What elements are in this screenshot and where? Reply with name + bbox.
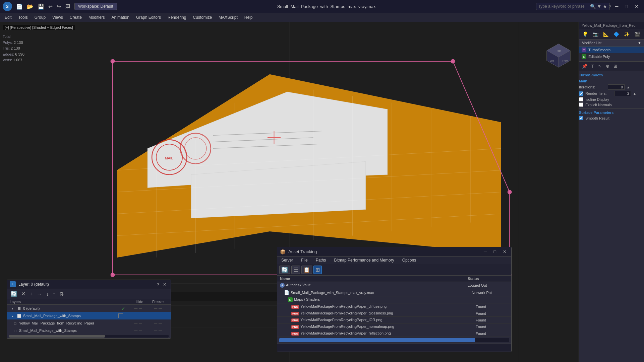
- asset-restore-button[interactable]: □: [491, 248, 498, 255]
- layer-up-icon[interactable]: ↑: [51, 291, 57, 297]
- menu-customize[interactable]: Customize: [189, 14, 215, 21]
- modifier-editable-poly[interactable]: E Editable Poly: [579, 53, 644, 60]
- rp-icon-camera[interactable]: 📷: [591, 30, 600, 38]
- rp-icon-light[interactable]: 💡: [580, 30, 590, 38]
- asset-close-button[interactable]: ✕: [501, 248, 509, 255]
- save-icon[interactable]: 💾: [36, 3, 46, 10]
- layer-close-button[interactable]: ✕: [162, 281, 168, 288]
- rp-tool-select[interactable]: ↖: [596, 63, 603, 69]
- asset-row-reflection[interactable]: PNGYellowMailPackageFromRecyclingPaper_r…: [277, 330, 511, 337]
- layer-row-selected[interactable]: ▸ ⬜ Small_Mail_Package_with_Stamps ─ ─ ─…: [7, 312, 171, 319]
- asset-status-bar: [277, 344, 511, 352]
- menu-modifiers[interactable]: Modifiers: [85, 14, 108, 21]
- rp-tool-move[interactable]: ⊕: [604, 63, 611, 69]
- asset-row-maps[interactable]: MMaps / Shaders: [277, 296, 511, 303]
- restore-button[interactable]: □: [623, 3, 631, 10]
- modifier-list-dropdown[interactable]: ▼: [638, 41, 641, 45]
- asset-tool-1[interactable]: 🔄: [279, 266, 290, 274]
- open-icon[interactable]: 📂: [25, 3, 35, 10]
- render-iters-checkbox[interactable]: [579, 91, 583, 96]
- undo-icon[interactable]: ↩: [47, 3, 54, 10]
- redo-icon[interactable]: ↪: [55, 3, 62, 10]
- asset-menu-paths[interactable]: Paths: [312, 257, 330, 264]
- viewport-cube[interactable]: Top Left Front: [545, 42, 572, 69]
- asset-cell-normal-name: PNGYellowMailPackageFromRecyclingPaper_n…: [277, 323, 465, 330]
- render-iters-input[interactable]: [614, 91, 631, 96]
- layer-move-icon[interactable]: →: [35, 291, 43, 297]
- workspace-button[interactable]: Workspace: Default: [74, 3, 117, 10]
- star-icon[interactable]: ★: [603, 4, 607, 9]
- edges-value: 6 390: [15, 52, 24, 56]
- asset-row-vault[interactable]: AAutodesk Vault Logged Out: [277, 282, 511, 289]
- render-iters-spinner-up[interactable]: ▲: [633, 92, 636, 95]
- layer-add-icon[interactable]: +: [28, 291, 34, 297]
- asset-row-ior[interactable]: PNGYellowMailPackageFromRecyclingPaper_I…: [277, 317, 511, 323]
- layer-sub2-icon: ◻: [12, 328, 18, 333]
- rp-tool-pin[interactable]: 📌: [580, 63, 589, 69]
- new-icon[interactable]: 📄: [15, 3, 24, 10]
- asset-row-file[interactable]: 📄Small_Mail_Package_with_Stamps_max_vray…: [277, 289, 511, 296]
- asset-menu-bitmap[interactable]: Bitmap Performance and Memory: [330, 257, 398, 264]
- asset-toolbar: 🔄 ☰ 📋 ⊞: [277, 264, 511, 276]
- asset-minimize-button[interactable]: ─: [482, 248, 489, 255]
- menu-edit[interactable]: Edit: [1, 14, 15, 21]
- layer-row[interactable]: ▸ ☰ 0 (default) ✓ ─ ─ ─ ─: [7, 305, 171, 312]
- asset-tool-3[interactable]: 📋: [301, 266, 312, 274]
- close-button[interactable]: ✕: [632, 3, 641, 10]
- layer-row-sub2[interactable]: ◻ Small_Mail_Package_with_Stamps ─ ─ ─ ─: [7, 327, 171, 334]
- rp-icon-anim[interactable]: 🎬: [632, 30, 642, 38]
- search-options-icon[interactable]: ▼: [597, 4, 602, 9]
- scene-icon[interactable]: 🖼: [64, 3, 72, 10]
- layer-vis-box[interactable]: [118, 313, 123, 318]
- menu-create[interactable]: Create: [66, 14, 85, 21]
- search-icon[interactable]: 🔍: [590, 4, 596, 9]
- edges-label: Edges:: [3, 52, 15, 56]
- smooth-result-checkbox[interactable]: [579, 116, 583, 120]
- asset-row-diffuse[interactable]: PNGYellowMailPackageFromRecyclingPaper_d…: [277, 303, 511, 310]
- asset-row-glossiness[interactable]: PNGYellowMailPackageFromRecyclingPaper_g…: [277, 310, 511, 317]
- layer-expand-icon: ▸: [10, 306, 15, 311]
- layer-row-sub1[interactable]: ◻ Yellow_Mail_Package_from_Recycling_Pap…: [7, 319, 171, 327]
- menu-graph-editors[interactable]: Graph Editors: [133, 14, 164, 21]
- asset-tool-2[interactable]: ☰: [291, 266, 300, 274]
- menu-tools[interactable]: Tools: [15, 14, 31, 21]
- layer-delete-icon[interactable]: ✕: [20, 290, 27, 297]
- minimize-button[interactable]: ─: [612, 3, 621, 10]
- asset-cell-vault-status: Logged Out: [465, 282, 511, 289]
- layer-down-icon[interactable]: ⇅: [58, 290, 65, 297]
- isoline-checkbox[interactable]: [579, 97, 583, 101]
- help-icon[interactable]: ?: [608, 4, 611, 9]
- explicit-normals-checkbox[interactable]: [579, 102, 583, 107]
- isoline-label: Isoline Display: [585, 97, 609, 101]
- menu-group[interactable]: Group: [31, 14, 49, 21]
- file-title: Small_Mail_Package_with_Stamps_max_vray.…: [120, 4, 533, 9]
- asset-row-normalmap[interactable]: PNGYellowMailPackageFromRecyclingPaper_n…: [277, 323, 511, 330]
- rp-icon-geo[interactable]: 📐: [601, 30, 611, 38]
- search-input[interactable]: [538, 4, 589, 9]
- asset-menu-options[interactable]: Options: [398, 257, 420, 264]
- rp-tool-layers[interactable]: ⊞: [612, 63, 619, 69]
- rp-icon-fx[interactable]: ✨: [622, 30, 632, 38]
- menu-rendering[interactable]: Rendering: [164, 14, 189, 21]
- layer-group-icon: ⬜: [16, 313, 22, 318]
- asset-menu-file[interactable]: File: [297, 257, 311, 264]
- svg-text:Front: Front: [563, 60, 568, 62]
- iterations-spinner-up[interactable]: ▲: [627, 85, 630, 89]
- menu-views[interactable]: Views: [49, 14, 66, 21]
- layer-freeze-dash: ─ ─: [148, 306, 168, 311]
- asset-tool-4-active[interactable]: ⊞: [313, 266, 322, 274]
- layer-select-icon[interactable]: ↓: [45, 291, 50, 297]
- iterations-input[interactable]: [608, 84, 625, 90]
- layer-help-button[interactable]: ?: [155, 281, 160, 288]
- asset-menu-server[interactable]: Server: [277, 257, 297, 264]
- menu-help[interactable]: Help: [241, 14, 256, 21]
- layer-refresh-icon[interactable]: 🔄: [9, 290, 18, 297]
- menu-animation[interactable]: Animation: [108, 14, 133, 21]
- modifier-turbosmooth[interactable]: T TurboSmooth: [579, 47, 644, 53]
- rp-icon-helper[interactable]: 🔷: [611, 30, 621, 38]
- viewport[interactable]: [+] [Perspective] [Shaded + Edged Faces]…: [0, 22, 579, 362]
- menu-maxscript[interactable]: MAXScript: [215, 14, 241, 21]
- layer-scrollbar[interactable]: [9, 335, 169, 338]
- rp-tool-text[interactable]: T: [590, 63, 596, 69]
- object-name: Yellow_Mail_Package_from_Rec: [579, 22, 644, 29]
